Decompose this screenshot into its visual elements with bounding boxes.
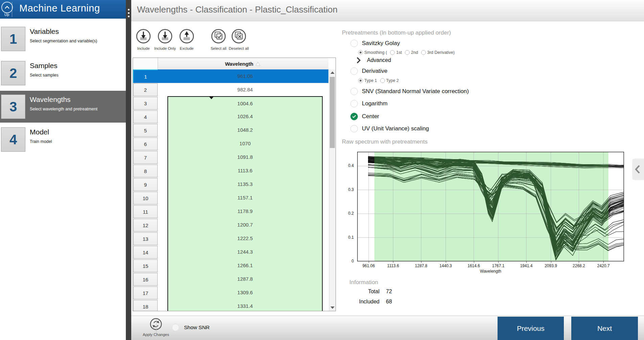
pretreatment-uv-scaling[interactable]: UV (Unit Variance) scaling: [350, 125, 429, 132]
uv-scaling-checkbox[interactable]: [350, 125, 358, 132]
logarithm-checkbox[interactable]: [350, 100, 358, 107]
wavelength-cell[interactable]: 1004.6: [158, 97, 328, 110]
show-snr-checkbox[interactable]: [172, 324, 179, 331]
table-row[interactable]: 51048.2: [133, 124, 328, 137]
row-number[interactable]: 15: [133, 259, 158, 272]
deselect-all-button[interactable]: Deselect all: [226, 28, 252, 50]
previous-button[interactable]: Previous: [498, 317, 564, 340]
sidebar-step-model[interactable]: 4 Model Train model: [0, 127, 126, 154]
wavelength-cell[interactable]: 1200.7: [158, 218, 328, 232]
wavelength-cell[interactable]: 1266.1: [158, 259, 328, 273]
row-number[interactable]: 3: [133, 97, 158, 110]
wavelength-cell[interactable]: 1222.5: [158, 232, 328, 246]
table-row[interactable]: 2982.84: [133, 83, 328, 97]
included-range-cell[interactable]: 1004.6: [167, 96, 323, 110]
wavelength-cell[interactable]: 1244.3: [158, 246, 328, 259]
snv-checkbox[interactable]: [350, 88, 358, 95]
included-range-cell[interactable]: 1200.7: [167, 218, 323, 232]
wavelength-cell[interactable]: 982.84: [158, 83, 328, 97]
up-button[interactable]: [1, 2, 13, 13]
wavelength-cell[interactable]: 1287.8: [158, 273, 328, 286]
table-row[interactable]: 61070: [133, 137, 328, 151]
table-row[interactable]: 31004.6: [133, 97, 328, 110]
row-number[interactable]: 9: [133, 178, 158, 191]
wavelength-cell[interactable]: 1178.9: [158, 205, 328, 218]
included-range-cell[interactable]: 1157.1: [167, 191, 323, 205]
wavelength-cell[interactable]: 1135.3: [158, 178, 328, 191]
wavelength-cell[interactable]: 1157.1: [158, 191, 328, 205]
included-range-cell[interactable]: 1113.6: [167, 164, 323, 178]
row-number[interactable]: 16: [133, 273, 158, 286]
wavelength-cell[interactable]: 1113.6: [158, 164, 328, 178]
first-derivative-radio[interactable]: 1st: [390, 50, 402, 55]
next-button[interactable]: Next: [571, 317, 638, 340]
exclude-button[interactable]: Exclude: [174, 28, 200, 50]
row-number[interactable]: 18: [133, 300, 158, 311]
included-range-cell[interactable]: 1091.8: [167, 150, 323, 164]
row-number[interactable]: 17: [133, 286, 158, 299]
wavelength-cell[interactable]: 1309.6: [158, 286, 328, 300]
advanced-expander[interactable]: Advanced: [356, 57, 391, 64]
table-row[interactable]: 131222.5: [133, 232, 328, 246]
included-range-cell[interactable]: 1309.6: [167, 286, 323, 300]
pretreatment-savitzky-golay[interactable]: Savitzky Golay: [350, 40, 400, 47]
table-header[interactable]: Wavelength: [133, 58, 328, 70]
wavelength-column-header[interactable]: Wavelength: [225, 61, 253, 67]
table-row[interactable]: 141244.3: [133, 246, 328, 259]
wavelength-cell[interactable]: 1070: [158, 137, 328, 151]
table-row[interactable]: 101157.1: [133, 191, 328, 205]
row-number[interactable]: 4: [133, 110, 158, 123]
table-row[interactable]: 111178.9: [133, 205, 328, 219]
pretreatment-logarithm[interactable]: Logarithm: [350, 100, 388, 107]
pretreatment-snv[interactable]: SNV (Standard Normal Variate correction): [350, 88, 469, 95]
scroll-down-icon[interactable]: [330, 306, 335, 309]
row-number[interactable]: 13: [133, 232, 158, 245]
row-number[interactable]: 1: [133, 69, 158, 84]
derivative-checkbox[interactable]: [350, 67, 358, 75]
included-range-cell[interactable]: 1135.3: [167, 177, 323, 191]
included-range-cell[interactable]: 1287.8: [167, 272, 323, 286]
scroll-up-icon[interactable]: [330, 71, 335, 74]
wavelength-cell[interactable]: 1091.8: [158, 151, 328, 164]
sidebar-step-wavelengths[interactable]: 3 Wavelengths Select wavelength and pret…: [0, 91, 126, 123]
table-row[interactable]: 71091.8: [133, 151, 328, 165]
included-range-cell[interactable]: 1222.5: [167, 232, 323, 246]
included-range-cell[interactable]: 1070: [167, 137, 323, 151]
row-number[interactable]: 10: [133, 192, 158, 205]
apply-changes-button[interactable]: Apply Changes: [141, 318, 171, 337]
wavelength-cell[interactable]: 1048.2: [158, 124, 328, 137]
table-row[interactable]: 181331.4: [133, 300, 328, 311]
row-number[interactable]: 5: [133, 124, 158, 137]
table-row[interactable]: 91135.3: [133, 178, 328, 192]
table-row[interactable]: 171309.6: [133, 286, 328, 300]
included-range-cell[interactable]: 1178.9: [167, 205, 323, 218]
table-scrollbar[interactable]: [329, 69, 336, 311]
scrollbar-thumb[interactable]: [330, 77, 335, 148]
row-number[interactable]: 12: [133, 219, 158, 232]
savitzky-golay-checkbox[interactable]: [350, 40, 358, 47]
sidebar-step-variables[interactable]: 1 Variables Select segmentation and vari…: [0, 26, 126, 53]
included-range-cell[interactable]: 1244.3: [167, 245, 323, 259]
table-row[interactable]: 1961.06: [133, 69, 328, 83]
pretreatment-derivative[interactable]: Derivative: [350, 67, 388, 75]
row-number[interactable]: 14: [133, 246, 158, 259]
wavelength-cell[interactable]: 1026.4: [158, 110, 328, 124]
third-derivative-radio[interactable]: 3rd Derivative): [421, 50, 455, 55]
table-row[interactable]: 41026.4: [133, 110, 328, 124]
collapse-panel-tab[interactable]: [632, 158, 644, 180]
pretreatment-center[interactable]: Center: [350, 113, 379, 120]
included-range-cell[interactable]: 1026.4: [167, 110, 323, 124]
row-number[interactable]: 8: [133, 165, 158, 177]
row-number[interactable]: 11: [133, 205, 158, 218]
included-range-cell[interactable]: 1266.1: [167, 259, 323, 273]
sidebar-step-samples[interactable]: 2 Samples Select samples: [0, 60, 126, 87]
table-row[interactable]: 151266.1: [133, 259, 328, 273]
included-range-cell[interactable]: 1048.2: [167, 123, 323, 137]
show-snr-toggle[interactable]: Show SNR: [172, 324, 210, 331]
row-number[interactable]: 2: [133, 83, 158, 96]
smoothing-radio[interactable]: Smoothing (: [358, 50, 387, 55]
table-row[interactable]: 161287.8: [133, 273, 328, 286]
table-row[interactable]: 81113.6: [133, 164, 328, 178]
row-number[interactable]: 7: [133, 151, 158, 164]
type-2-radio[interactable]: Type 2: [380, 78, 399, 83]
